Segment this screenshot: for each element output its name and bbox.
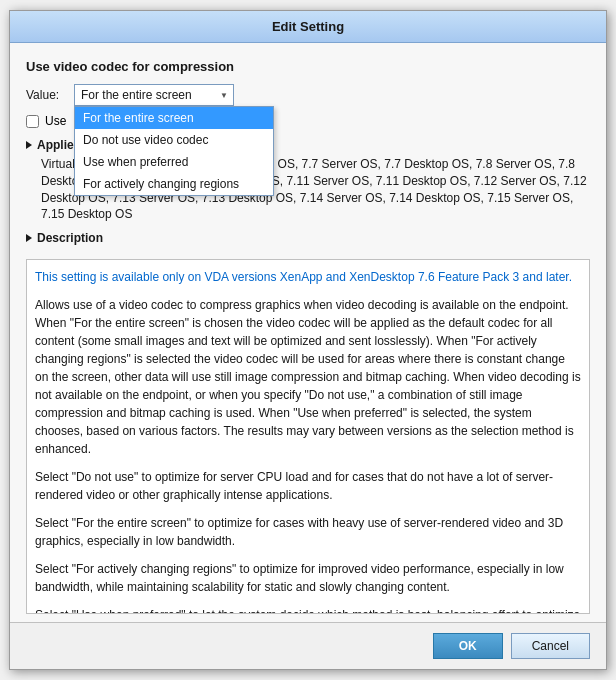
dropdown-option-3[interactable]: For actively changing regions bbox=[75, 173, 273, 195]
ok-button[interactable]: OK bbox=[433, 633, 503, 659]
desc-triangle-icon bbox=[26, 234, 32, 242]
value-label: Value: bbox=[26, 88, 66, 102]
checkbox-label: Use bbox=[45, 114, 66, 128]
content-area: Use video codec for compression Value: F… bbox=[10, 43, 606, 622]
desc-p5: Select "Use when preferred" to let the s… bbox=[35, 606, 581, 614]
desc-intro: This setting is available only on VDA ve… bbox=[35, 268, 581, 286]
use-checkbox[interactable] bbox=[26, 115, 39, 128]
desc-p1: Allows use of a video codec to compress … bbox=[35, 296, 581, 458]
edit-setting-dialog: Edit Setting Use video codec for compres… bbox=[9, 10, 607, 670]
dialog-title: Edit Setting bbox=[10, 11, 606, 43]
dropdown-option-0[interactable]: For the entire screen bbox=[75, 107, 273, 129]
description-scroll[interactable]: This setting is available only on VDA ve… bbox=[26, 259, 590, 614]
dropdown-menu: For the entire screen Do not use video c… bbox=[74, 106, 274, 196]
description-section: Description bbox=[26, 231, 590, 251]
value-row: Value: For the entire screen For the ent… bbox=[26, 84, 590, 106]
desc-p4: Select "For actively changing regions" t… bbox=[35, 560, 581, 596]
codec-dropdown[interactable]: For the entire screen bbox=[74, 84, 234, 106]
triangle-icon bbox=[26, 141, 32, 149]
desc-p3: Select "For the entire screen" to optimi… bbox=[35, 514, 581, 550]
cancel-button[interactable]: Cancel bbox=[511, 633, 590, 659]
dropdown-option-1[interactable]: Do not use video codec bbox=[75, 129, 273, 151]
footer: OK Cancel bbox=[10, 622, 606, 669]
dropdown-option-2[interactable]: Use when preferred bbox=[75, 151, 273, 173]
description-header: Description bbox=[26, 231, 590, 245]
dropdown-wrapper: For the entire screen For the entire scr… bbox=[74, 84, 234, 106]
dialog-body: Use video codec for compression Value: F… bbox=[10, 43, 606, 669]
desc-p2: Select "Do not use" to optimize for serv… bbox=[35, 468, 581, 504]
section-title: Use video codec for compression bbox=[26, 59, 590, 74]
